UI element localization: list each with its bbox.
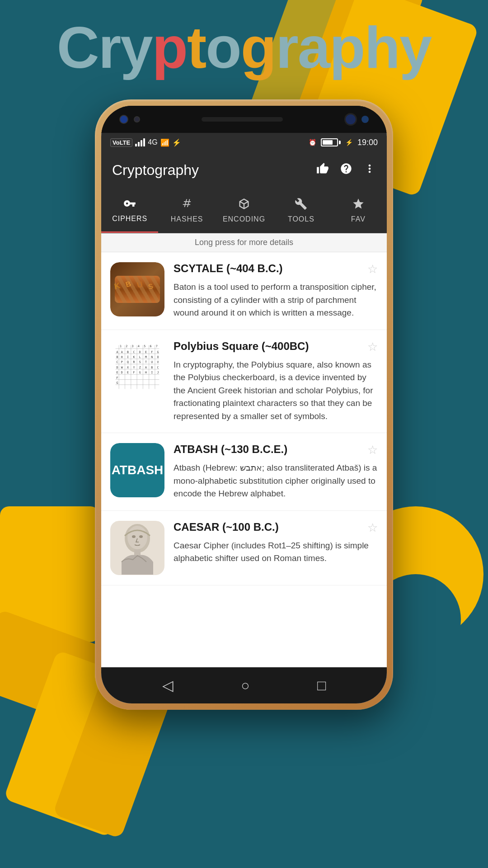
svg-text:K: K bbox=[133, 355, 135, 359]
bolt-icon: ⚡ bbox=[345, 139, 353, 146]
svg-text:D: D bbox=[116, 365, 118, 369]
svg-text:4: 4 bbox=[138, 344, 140, 348]
svg-text:H: H bbox=[145, 371, 147, 374]
front-camera-secondary bbox=[361, 116, 369, 123]
status-bar: VoLTE 4G 📶 ⚡ ⏰ bbox=[101, 133, 387, 152]
tab-encoding-label: ENCODING bbox=[223, 215, 265, 223]
screen: VoLTE 4G 📶 ⚡ ⏰ bbox=[101, 133, 387, 703]
tab-hashes-label: HASHES bbox=[171, 215, 203, 223]
svg-text:D: D bbox=[139, 350, 141, 354]
network-type: 4G bbox=[148, 138, 157, 146]
svg-text:E: E bbox=[127, 371, 129, 374]
caesar-content: CAESAR (~100 B.C.) ☆ Caesar Cipher (incl… bbox=[174, 521, 378, 565]
cipher-list: K B U S SCYTALE (~404 B.C.) ☆ bbox=[101, 252, 387, 667]
scytale-image: K B U S bbox=[110, 262, 164, 316]
svg-text:G: G bbox=[139, 371, 141, 374]
toolbar-actions bbox=[316, 162, 376, 178]
tab-favorites[interactable]: FAV bbox=[330, 188, 387, 233]
svg-text:2: 2 bbox=[126, 344, 127, 348]
caesar-desc: Caesar Cipher (includes Rot1–25 shifting… bbox=[174, 539, 378, 565]
polybius-desc: In cryptography, the Polybius square, al… bbox=[174, 359, 378, 423]
hint-bar: Long press for more details bbox=[101, 233, 387, 252]
back-button[interactable]: ◁ bbox=[162, 677, 174, 694]
phone-top-bar bbox=[101, 106, 387, 133]
tab-hashes[interactable]: HASHES bbox=[158, 188, 215, 233]
nav-bar: ◁ ○ □ bbox=[101, 667, 387, 703]
svg-text:A: A bbox=[121, 350, 123, 354]
svg-text:B: B bbox=[127, 350, 129, 354]
svg-point-73 bbox=[139, 535, 143, 538]
atbash-image: ATBASH bbox=[110, 443, 164, 497]
list-item-scytale[interactable]: K B U S SCYTALE (~404 B.C.) ☆ bbox=[101, 252, 387, 330]
svg-text:T: T bbox=[145, 360, 147, 364]
signal-icon bbox=[135, 138, 145, 146]
svg-text:B: B bbox=[125, 280, 132, 288]
scytale-content: SCYTALE (~404 B.C.) ☆ Baton is a tool us… bbox=[174, 262, 378, 320]
svg-text:X: X bbox=[127, 365, 129, 369]
phone-screen-container: VoLTE 4G 📶 ⚡ ⏰ bbox=[101, 106, 387, 703]
atbash-content: ATBASH (~130 B.C.E.) ☆ Atbash (Hebrew: א… bbox=[174, 443, 378, 500]
app-toolbar: Cryptography bbox=[101, 152, 387, 188]
svg-text:K: K bbox=[113, 281, 122, 291]
caesar-image bbox=[110, 521, 164, 575]
svg-text:O: O bbox=[157, 355, 159, 359]
thumbs-up-button[interactable] bbox=[316, 162, 329, 178]
svg-text:5: 5 bbox=[144, 344, 145, 348]
svg-text:Y: Y bbox=[133, 365, 135, 369]
atbash-star[interactable]: ☆ bbox=[367, 443, 378, 457]
svg-text:G: G bbox=[116, 381, 118, 385]
svg-text:E: E bbox=[116, 371, 118, 374]
hash-icon bbox=[181, 198, 193, 213]
background-title: Cryptography bbox=[0, 18, 488, 77]
svg-rect-4 bbox=[112, 342, 163, 392]
front-camera-main bbox=[344, 113, 357, 126]
list-item-atbash[interactable]: ATBASH ATBASH (~130 B.C.E.) ☆ Atbash (He… bbox=[101, 433, 387, 511]
speaker-grille bbox=[202, 117, 283, 122]
polybius-content: Polybius Square (~400BC) ☆ In cryptograp… bbox=[174, 340, 378, 423]
home-button[interactable]: ○ bbox=[241, 677, 249, 694]
svg-text:3: 3 bbox=[132, 344, 134, 348]
polybius-title: Polybius Square (~400BC) bbox=[174, 340, 309, 353]
svg-text:6: 6 bbox=[150, 344, 151, 348]
tab-tools[interactable]: TOOLS bbox=[272, 188, 329, 233]
recent-apps-button[interactable]: □ bbox=[317, 677, 326, 694]
svg-text:R: R bbox=[133, 360, 135, 364]
svg-text:C: C bbox=[133, 350, 135, 354]
svg-text:F: F bbox=[151, 350, 153, 354]
polybius-star[interactable]: ☆ bbox=[367, 340, 378, 354]
svg-text:1: 1 bbox=[120, 344, 122, 348]
tab-favorites-label: FAV bbox=[351, 215, 366, 223]
svg-text:U: U bbox=[151, 360, 153, 364]
battery-icon bbox=[321, 138, 341, 146]
tab-ciphers[interactable]: CIPHERS bbox=[101, 188, 158, 233]
list-item-caesar[interactable]: CAESAR (~100 B.C.) ☆ Caesar Cipher (incl… bbox=[101, 511, 387, 585]
svg-text:C: C bbox=[116, 360, 118, 364]
caesar-title: CAESAR (~100 B.C.) bbox=[174, 521, 279, 533]
svg-text:L: L bbox=[139, 355, 141, 359]
more-options-button[interactable] bbox=[363, 162, 376, 178]
list-item-polybius[interactable]: 1 2 3 4 5 6 7 A B C bbox=[101, 330, 387, 434]
svg-text:I: I bbox=[127, 355, 129, 359]
sensor-dot bbox=[134, 116, 140, 123]
caesar-star[interactable]: ☆ bbox=[367, 521, 378, 535]
wrench-icon bbox=[295, 198, 307, 213]
svg-text:B: B bbox=[151, 365, 153, 369]
svg-text:N: N bbox=[151, 355, 153, 359]
svg-text:Q: Q bbox=[127, 360, 129, 364]
help-button[interactable] bbox=[340, 162, 352, 178]
svg-point-72 bbox=[132, 535, 136, 538]
star-icon bbox=[352, 198, 365, 213]
tab-encoding[interactable]: ENCODING bbox=[216, 188, 272, 233]
svg-text:D: D bbox=[121, 371, 123, 374]
svg-text:M: M bbox=[145, 355, 147, 359]
cube-icon bbox=[238, 198, 250, 213]
atbash-logo: ATBASH bbox=[110, 443, 164, 497]
scytale-star[interactable]: ☆ bbox=[367, 262, 378, 276]
phone-frame: VoLTE 4G 📶 ⚡ ⏰ bbox=[95, 99, 393, 710]
key-icon bbox=[123, 197, 136, 213]
atbash-desc: Atbash (Hebrew: אתבש; also transliterate… bbox=[174, 462, 378, 500]
wifi-icon: 📶 bbox=[160, 138, 169, 147]
svg-text:S: S bbox=[147, 282, 154, 291]
svg-text:V: V bbox=[157, 360, 159, 364]
status-right: ⏰ ⚡ 19:00 bbox=[309, 138, 378, 147]
